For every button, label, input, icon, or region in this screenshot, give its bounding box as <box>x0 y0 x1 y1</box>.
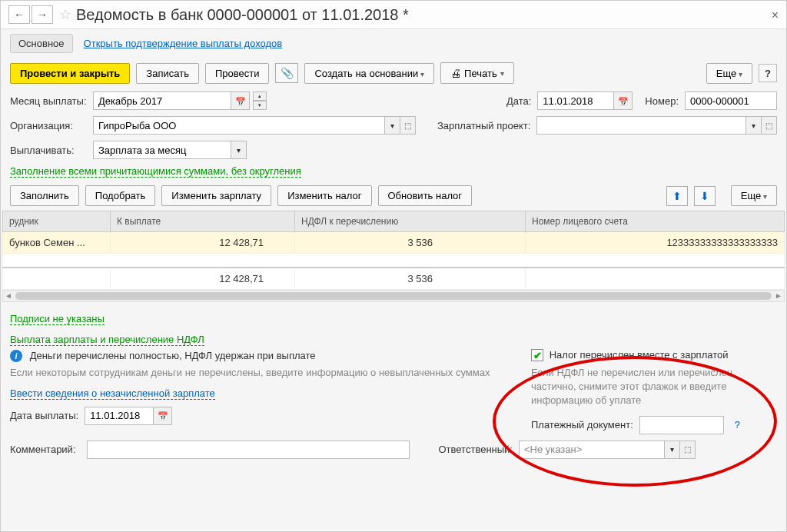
tab-main[interactable]: Основное <box>10 34 73 53</box>
pay-type-input[interactable] <box>93 141 231 159</box>
responsible-input[interactable] <box>519 441 665 459</box>
cell-name: бунков Семен ... <box>3 232 111 254</box>
project-open-button[interactable]: ⬚ <box>762 116 777 135</box>
project-input[interactable] <box>536 116 746 135</box>
post-and-close-button[interactable]: Провести и закрыть <box>10 63 130 84</box>
tax-checkbox-label: Налог перечислен вместе с зарплатой <box>550 349 729 361</box>
move-up-button[interactable]: ⬆ <box>666 186 688 206</box>
more-button[interactable]: Еще <box>706 63 752 84</box>
select-button[interactable]: Подобрать <box>85 185 155 206</box>
gray-hint: Если некоторым сотрудникам деньги не пер… <box>10 367 500 378</box>
back-button[interactable]: ← <box>8 5 30 24</box>
table-row[interactable]: бунков Семен ... 12 428,71 3 536 1233333… <box>3 232 785 254</box>
month-calendar-button[interactable] <box>231 91 250 110</box>
paperclip-icon <box>281 67 294 79</box>
pay-date-calendar-button[interactable] <box>154 407 172 425</box>
month-label: Месяц выплаты: <box>10 95 87 107</box>
date-calendar-button[interactable] <box>614 91 633 110</box>
comment-label: Комментарий: <box>10 444 76 455</box>
unpaid-info-link[interactable]: Ввести сведения о незачисленной зарплате <box>10 387 215 400</box>
org-input[interactable] <box>93 116 385 135</box>
fill-button[interactable]: Заполнить <box>10 185 79 206</box>
page-title: Ведомость в банк 0000-000001 от 11.01.20… <box>76 6 409 24</box>
pay-date-input[interactable] <box>85 407 154 425</box>
forward-button[interactable]: → <box>32 5 53 24</box>
calendar-icon <box>235 95 246 107</box>
ndfl-header-link[interactable]: Выплата зарплаты и перечисление НДФЛ <box>10 334 204 346</box>
table-total-row: 12 428,71 3 536 <box>3 268 785 290</box>
month-up-button[interactable]: ▴ <box>253 91 267 101</box>
calendar-icon <box>618 95 629 107</box>
save-button[interactable]: Записать <box>136 63 199 84</box>
attach-button[interactable] <box>275 63 298 83</box>
scroll-left-icon[interactable]: ◄ <box>3 291 14 301</box>
cell-account: 12333333333333333333 <box>526 232 785 254</box>
employee-table: рудник К выплате НДФЛ к перечислению Ном… <box>2 211 785 290</box>
responsible-dropdown-button[interactable]: ▾ <box>665 441 680 459</box>
total-ndfl: 3 536 <box>295 268 526 290</box>
number-label: Номер: <box>645 95 679 107</box>
comment-input[interactable] <box>87 441 410 459</box>
table-more-button[interactable]: Еще <box>731 185 777 206</box>
pay-doc-label: Платежный документ: <box>531 419 633 431</box>
cell-pay: 12 428,71 <box>111 232 295 254</box>
pay-label: Выплачивать: <box>10 145 87 156</box>
favorite-star-icon[interactable]: ☆ <box>59 6 71 23</box>
scroll-thumb[interactable] <box>15 292 772 300</box>
printer-icon <box>450 67 461 79</box>
col-pay[interactable]: К выплате <box>111 211 295 232</box>
print-label: Печать <box>464 68 497 79</box>
date-input[interactable] <box>537 91 614 110</box>
project-label: Зарплатный проект: <box>437 120 530 131</box>
responsible-label: Ответственный: <box>439 444 513 455</box>
pay-type-dropdown-button[interactable]: ▾ <box>231 141 247 159</box>
col-ndfl[interactable]: НДФЛ к перечислению <box>295 211 526 232</box>
table-scrollbar[interactable]: ◄ ► <box>2 290 785 302</box>
pay-date-label: Дата выплаты: <box>10 410 78 421</box>
fill-settings-link[interactable]: Заполнение всеми причитающимися суммами,… <box>10 165 301 178</box>
responsible-open-button[interactable]: ⬚ <box>680 441 696 459</box>
create-based-on-button[interactable]: Создать на основании <box>304 63 434 84</box>
month-down-button[interactable]: ▾ <box>253 101 267 110</box>
move-down-button[interactable]: ⬇ <box>694 186 716 206</box>
pay-doc-input[interactable] <box>639 416 724 434</box>
calendar-icon <box>158 410 168 421</box>
org-open-button[interactable]: ⬚ <box>400 116 416 135</box>
date-label: Дата: <box>506 95 531 107</box>
col-account[interactable]: Номер лицевого счета <box>526 211 785 232</box>
update-tax-button[interactable]: Обновить налог <box>378 185 473 206</box>
info-text: Деньги перечислены полностью, НДФЛ удерж… <box>30 350 316 361</box>
tax-paid-checkbox[interactable]: ✔ <box>531 349 543 361</box>
help-button[interactable]: ? <box>759 64 777 82</box>
cell-ndfl: 3 536 <box>295 232 526 254</box>
tax-gray-hint: Если НДФЛ не перечислен или перечислен ч… <box>531 366 777 408</box>
signatures-link[interactable]: Подписи не указаны <box>10 313 105 325</box>
org-dropdown-button[interactable]: ▾ <box>385 116 400 135</box>
info-icon: i <box>10 350 22 362</box>
print-button[interactable]: Печать <box>440 62 514 84</box>
project-dropdown-button[interactable]: ▾ <box>746 116 762 135</box>
close-icon[interactable]: × <box>772 8 779 22</box>
month-input[interactable] <box>93 91 231 110</box>
total-pay: 12 428,71 <box>111 268 295 290</box>
check-icon: ✔ <box>533 350 542 361</box>
scroll-right-icon[interactable]: ► <box>773 291 784 301</box>
number-input[interactable] <box>685 91 777 110</box>
pay-doc-help[interactable]: ? <box>735 419 740 431</box>
open-confirmation-link[interactable]: Открыть подтверждение выплаты доходов <box>84 38 283 49</box>
edit-salary-button[interactable]: Изменить зарплату <box>161 185 271 206</box>
post-button[interactable]: Провести <box>205 63 270 84</box>
org-label: Организация: <box>10 120 87 131</box>
edit-tax-button[interactable]: Изменить налог <box>277 185 371 206</box>
col-employee[interactable]: рудник <box>3 211 111 232</box>
